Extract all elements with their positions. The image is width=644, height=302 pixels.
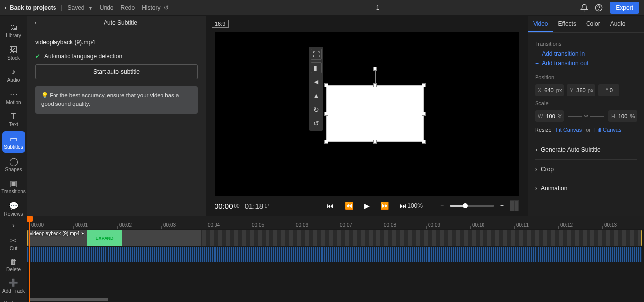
tab-video[interactable]: Video: [528, 16, 553, 32]
nav-motion[interactable]: ⋯Motion: [2, 87, 25, 108]
add-transition-in[interactable]: +Add transition in: [535, 50, 637, 58]
export-button[interactable]: Export: [610, 2, 639, 14]
audio-waveform[interactable]: [27, 247, 642, 262]
aspect-ratio-badge[interactable]: 16:9: [212, 20, 229, 28]
resize-handle-b[interactable]: [373, 140, 377, 144]
timeline-expand[interactable]: ›: [12, 221, 15, 230]
resize-handle-l[interactable]: [324, 112, 328, 116]
playback-controls: ⏮ ⏪ ▶ ⏩ ⏭: [327, 202, 407, 210]
ruler-mark: 00:08: [384, 222, 396, 228]
video-track[interactable]: videoplayback (9).mp4 ✶ EXPAND: [27, 230, 644, 246]
timeline-ruler[interactable]: 00:0000:0100:0200:0300:0400:0500:0600:07…: [27, 216, 644, 229]
accordion-crop[interactable]: ›Crop: [535, 159, 637, 179]
start-autosubtitle-button[interactable]: Start auto-subtitle: [35, 64, 198, 79]
accordion-animation[interactable]: ›Animation: [535, 179, 637, 198]
skip-start-icon[interactable]: ⏮: [327, 202, 334, 210]
delete-icon: 🗑: [10, 257, 17, 266]
zoom-in-icon[interactable]: +: [500, 202, 504, 209]
nav-library[interactable]: 🗂Library: [2, 20, 25, 41]
fullscreen-icon[interactable]: ⛶: [429, 202, 434, 209]
ruler-mark: 00:03: [163, 222, 176, 228]
timeline-main[interactable]: 00:0000:0100:0200:0300:0400:0500:0600:07…: [27, 216, 644, 302]
nav-text[interactable]: TText: [2, 109, 25, 130]
tab-audio[interactable]: Audio: [605, 16, 631, 32]
skip-end-icon[interactable]: ⏭: [400, 202, 407, 210]
zoom-out-icon[interactable]: −: [440, 202, 444, 209]
tool-volume-icon[interactable]: ◄: [311, 76, 322, 87]
history-icon: ↺: [164, 4, 169, 11]
back-to-projects[interactable]: ‹ Back to projects: [5, 4, 56, 11]
resize-handle-tr[interactable]: [422, 83, 426, 87]
undo-button[interactable]: Undo: [100, 4, 114, 11]
subtitles-icon: ▭: [10, 134, 17, 143]
redo-button[interactable]: Redo: [120, 4, 135, 11]
ruler-mark: 00:05: [252, 222, 264, 228]
accordion-auto-subtitle[interactable]: ›Generate Auto Subtitle: [535, 140, 637, 159]
audio-track[interactable]: [27, 247, 644, 262]
panel-title: Auto Subtitle: [41, 19, 200, 26]
resize-handle-tl[interactable]: [324, 83, 328, 87]
canvas-stage[interactable]: ⛶ ◧ ◄ ▲ ↻ ↺: [215, 32, 519, 196]
scale-w-input[interactable]: W100 %: [535, 110, 564, 122]
caret-down-icon: ▼: [88, 6, 93, 11]
tab-color[interactable]: Color: [581, 16, 605, 32]
nav-transitions[interactable]: ▣Transitions: [2, 176, 25, 197]
play-icon[interactable]: ▶: [364, 202, 370, 210]
tab-effects[interactable]: Effects: [553, 16, 581, 32]
horizontal-scrollbar[interactable]: [29, 298, 108, 301]
selection-rect[interactable]: [326, 85, 424, 142]
add-transition-out[interactable]: +Add transition out: [535, 60, 637, 67]
tool-rotate-ccw-icon[interactable]: ↺: [311, 118, 322, 129]
video-clip[interactable]: videoplayback (9).mp4 ✶ EXPAND: [27, 230, 642, 246]
nav-subtitles[interactable]: ▭Subtitles: [2, 131, 25, 153]
timeline-settings[interactable]: Settings: [4, 300, 24, 302]
resize-handle-bl[interactable]: [324, 140, 328, 144]
delete-button[interactable]: 🗑Delete: [6, 257, 21, 272]
nav-shapes[interactable]: ◯Shapes: [2, 154, 25, 175]
tool-fit-icon[interactable]: ⛶: [311, 49, 322, 60]
notifications-icon[interactable]: [580, 4, 588, 12]
project-title[interactable]: 1: [176, 4, 580, 11]
rotate-handle[interactable]: [373, 67, 377, 71]
add-track-button[interactable]: ➕Add Track: [2, 278, 25, 294]
language-detection-row[interactable]: ✓ Automatic language detection: [35, 53, 198, 60]
ruler-mark: 00:11: [516, 222, 529, 228]
audio-icon: ♪: [12, 67, 16, 76]
plus-icon: +: [535, 60, 539, 67]
reviews-icon: 💬: [9, 201, 19, 210]
fill-canvas-button[interactable]: Fill Canvas: [594, 127, 621, 133]
nav-stock[interactable]: 🖼Stock: [2, 42, 25, 63]
cut-icon: ✂: [10, 236, 17, 245]
scale-link-toggle[interactable]: [568, 116, 604, 117]
tool-rotate-cw-icon[interactable]: ↻: [311, 104, 322, 115]
rotation-input[interactable]: ° 0: [598, 84, 619, 96]
resize-handle-t[interactable]: [373, 83, 377, 87]
saved-status[interactable]: Saved ▼: [68, 4, 93, 11]
resize-label: Resize: [535, 127, 552, 133]
nav-audio[interactable]: ♪Audio: [2, 64, 25, 86]
forward-icon[interactable]: ⏩: [380, 202, 389, 210]
resize-handle-br[interactable]: [422, 140, 426, 144]
panel-toggle[interactable]: [510, 200, 519, 211]
resize-handle-r[interactable]: [422, 112, 426, 116]
rewind-icon[interactable]: ⏪: [345, 202, 353, 210]
check-icon: ✓: [35, 53, 40, 60]
panel-back-arrow[interactable]: ←: [33, 18, 41, 27]
ruler-mark: 00:00: [31, 222, 44, 228]
tip-box: 💡 For the best accuracy, ensure that you…: [35, 86, 198, 114]
playhead[interactable]: [29, 216, 30, 302]
position-x-input[interactable]: X640 px: [535, 84, 564, 96]
add-track-icon: ➕: [9, 278, 18, 287]
help-icon[interactable]: [595, 4, 603, 12]
right-panel: Video Effects Color Audio Transitions +A…: [528, 16, 644, 216]
scale-h-input[interactable]: H100 %: [608, 110, 637, 122]
position-y-input[interactable]: Y360 px: [567, 84, 595, 96]
zoom-slider[interactable]: [450, 205, 494, 207]
history-button[interactable]: History ↺: [142, 4, 169, 11]
cut-button[interactable]: ✂Cut: [10, 236, 18, 251]
time-total: 01:18: [245, 202, 264, 210]
tool-flip-h-icon[interactable]: ◧: [311, 62, 322, 73]
tool-mirror-icon[interactable]: ▲: [311, 90, 322, 101]
ruler-mark: 00:12: [560, 222, 573, 228]
fit-canvas-button[interactable]: Fit Canvas: [556, 127, 582, 133]
